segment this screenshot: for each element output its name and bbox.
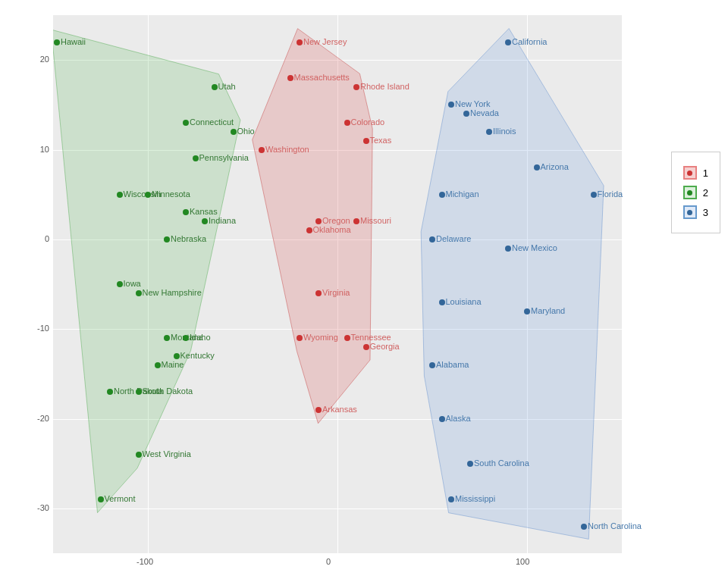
chart-container: 1 2 3 -1000100HawaiiNew JerseyCalifornia… <box>0 0 728 582</box>
state-dot <box>524 308 530 314</box>
x-tick-label: -100 <box>136 557 153 566</box>
state-dot <box>486 129 492 135</box>
state-label: Tennessee <box>351 333 391 342</box>
state-dot <box>315 290 322 296</box>
legend-dot-3 <box>687 210 692 215</box>
state-dot <box>439 416 445 422</box>
legend-icon-2 <box>683 186 697 199</box>
legend-icon-1 <box>683 166 697 180</box>
state-dot <box>448 102 454 108</box>
state-label: Louisiana <box>446 297 482 306</box>
state-dot <box>534 164 540 171</box>
legend-icon-3 <box>683 205 697 219</box>
state-dot <box>155 362 161 368</box>
y-tick-label: 10 <box>27 145 49 154</box>
state-dot <box>259 147 265 153</box>
state-dot <box>183 209 189 215</box>
state-dot <box>107 389 113 395</box>
state-dot <box>117 192 123 198</box>
state-label: Wyoming <box>303 333 338 342</box>
legend-dot-2 <box>687 190 692 196</box>
state-label: Georgia <box>370 342 400 351</box>
legend-dot-1 <box>687 171 692 176</box>
state-label: Kansas <box>190 207 218 216</box>
state-dot <box>353 84 359 90</box>
state-label: Michigan <box>446 189 479 199</box>
state-label: North Carolina <box>588 521 642 530</box>
state-dot <box>306 227 312 233</box>
x-tick-label: 100 <box>516 557 529 566</box>
state-dot <box>297 335 303 341</box>
state-dot <box>136 290 142 296</box>
state-dot <box>505 39 511 45</box>
y-tick-label: -20 <box>27 414 49 423</box>
grid-line-v <box>337 15 338 553</box>
state-label: Oklahoma <box>313 225 351 234</box>
state-dot <box>54 39 60 45</box>
state-dot <box>581 524 587 530</box>
state-dot <box>164 335 170 341</box>
grid-line-v <box>148 15 149 553</box>
state-label: Pennsylvania <box>199 153 249 162</box>
x-tick-label: 0 <box>326 557 331 566</box>
state-label: Missouri <box>360 216 391 225</box>
state-label: South Carolina <box>474 458 529 468</box>
state-dot <box>505 246 511 252</box>
state-label: Hawaii <box>61 37 86 46</box>
state-label: Illinois <box>493 127 516 136</box>
state-dot <box>117 281 123 287</box>
state-label: New Mexico <box>512 243 557 252</box>
state-label: Alaska <box>446 414 471 423</box>
state-dot <box>448 496 454 502</box>
legend-item-1: 1 <box>683 166 708 180</box>
state-dot <box>202 218 208 224</box>
state-dot <box>363 138 369 144</box>
state-dot <box>164 236 170 242</box>
state-label: Nevada <box>470 108 499 117</box>
y-tick-label: -30 <box>27 503 49 512</box>
state-label: Arkansas <box>322 405 357 414</box>
state-dot <box>439 192 445 198</box>
state-label: New Jersey <box>303 37 347 46</box>
state-dot <box>136 452 142 458</box>
state-dot <box>315 218 322 224</box>
state-dot <box>429 236 435 242</box>
legend-item-2: 2 <box>683 186 708 199</box>
state-label: Virginia <box>322 288 350 297</box>
state-dot <box>363 344 369 350</box>
state-label: Kentucky <box>180 351 215 360</box>
state-label: Connecticut <box>190 117 234 127</box>
state-dot <box>287 75 293 81</box>
state-label: Mississippi <box>455 494 495 503</box>
state-label: Ohio <box>237 127 255 136</box>
state-label: New York <box>455 99 490 108</box>
state-dot <box>183 120 189 126</box>
state-label: Texas <box>370 136 392 145</box>
state-label: California <box>512 37 547 46</box>
state-label: Washington <box>265 145 309 154</box>
state-label: Alabama <box>436 360 469 369</box>
state-dot <box>136 389 142 395</box>
state-label: Indiana <box>209 216 236 225</box>
legend-item-3: 3 <box>683 205 708 219</box>
legend: 1 2 3 <box>671 152 720 233</box>
state-label: Iowa <box>124 279 141 288</box>
state-dot <box>353 218 359 224</box>
y-tick-label: 20 <box>27 55 49 64</box>
state-label: Maine <box>162 360 184 369</box>
state-label: Colorado <box>351 117 385 127</box>
state-dot <box>212 84 218 90</box>
state-dot <box>231 129 237 135</box>
state-label: Maryland <box>531 306 565 315</box>
state-label: Arizona <box>541 162 569 171</box>
state-dot <box>463 111 469 117</box>
state-dot <box>467 461 473 467</box>
grid-line-v <box>527 15 528 553</box>
state-label: New Hampshire <box>143 288 202 297</box>
state-label: Massachusetts <box>294 73 350 82</box>
state-dot <box>297 39 303 45</box>
state-label: Vermont <box>105 494 136 503</box>
state-dot <box>98 496 104 502</box>
state-dot <box>174 353 180 359</box>
y-tick-label: 0 <box>27 234 49 243</box>
